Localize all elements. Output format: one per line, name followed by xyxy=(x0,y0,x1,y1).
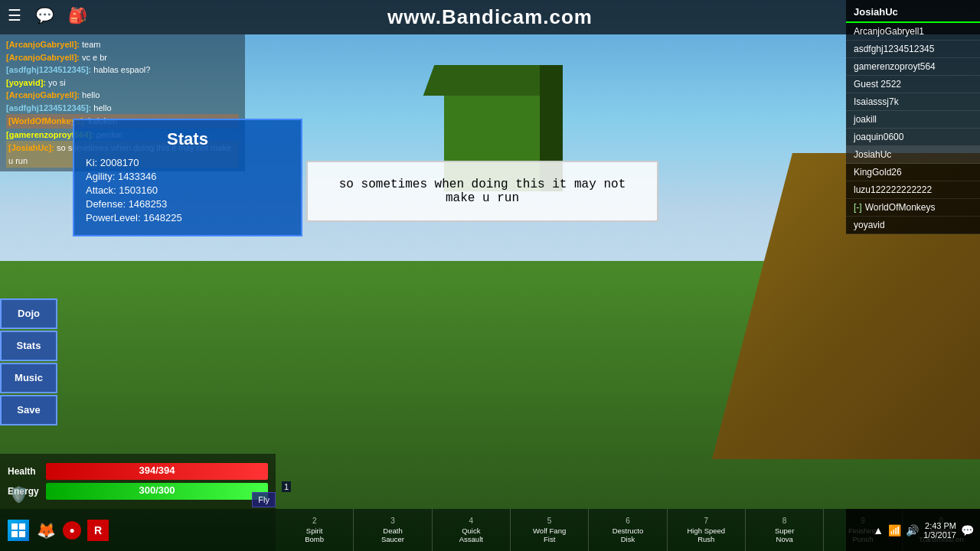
ability-name: SuperNova xyxy=(775,527,794,544)
chat-icon[interactable]: 💬 xyxy=(35,6,54,24)
chat-line: [yoyavid]: yo si xyxy=(6,77,239,90)
powerlevel-stat: PowerLevel: 1648225 xyxy=(86,212,289,223)
roblox-icon[interactable]: R xyxy=(87,520,109,541)
notification-icon[interactable]: 💬 xyxy=(961,524,974,536)
player-item: luzu122222222222 xyxy=(846,181,980,199)
menu-icon[interactable]: ☰ xyxy=(8,6,21,24)
music-button[interactable]: Music xyxy=(0,363,57,393)
current-player: JosiahUc xyxy=(846,0,980,23)
energy-badge: 1 xyxy=(282,481,291,492)
ability-number: 6 xyxy=(626,517,630,525)
taskbar: 🦊 ● R xyxy=(0,509,276,551)
svg-rect-0 xyxy=(11,523,18,530)
system-bar: ▲ 📶 🔊 2:43 PM 1/3/2017 💬 xyxy=(846,509,980,551)
player-item: joakill xyxy=(846,111,980,129)
stats-title: Stats xyxy=(86,129,289,149)
windows-button[interactable] xyxy=(8,520,29,541)
dialogue-text: so sometimes when doing this it may not … xyxy=(339,178,626,205)
player-item: Isaiasssj7k xyxy=(846,93,980,111)
ability-name: SpiritBomb xyxy=(305,527,324,544)
shield-icon[interactable]: 🛡️ xyxy=(9,485,28,504)
date-display: 1/3/2017 xyxy=(923,530,956,540)
attack-stat: Attack: 1503160 xyxy=(86,184,289,196)
chat-line: [asdfghj1234512345]: hello xyxy=(6,102,239,115)
fly-button[interactable]: Fly xyxy=(252,492,276,507)
ability-number: 8 xyxy=(782,517,787,525)
ability-slot-5[interactable]: 5 Wolf FangFist xyxy=(511,509,589,551)
chat-line: [ArcanjoGabryell]: hello xyxy=(6,89,239,102)
player-item: asdfghj1234512345 xyxy=(846,41,980,58)
bracket-icon: [-] xyxy=(854,202,862,213)
dojo-button[interactable]: Dojo xyxy=(0,298,57,329)
player-item-self: JosiahUc xyxy=(846,146,980,164)
defense-stat: Defense: 1468253 xyxy=(86,198,289,210)
player-item-worldofmonkeys: [-] WorldOfMonkeys xyxy=(846,199,980,217)
tray-up-arrow[interactable]: ▲ xyxy=(873,524,884,536)
taskbar-icons: 🦊 ● R xyxy=(8,520,109,541)
energy-text: 300/300 xyxy=(46,484,268,496)
stats-panel: Stats Ki: 2008170 Agility: 1433346 Attac… xyxy=(73,119,302,236)
ability-slot-7[interactable]: 7 High SpeedRush xyxy=(668,509,746,551)
energy-bar: 300/300 1 xyxy=(46,483,268,500)
chat-line: [ArcanjoGabryell]: team xyxy=(6,38,239,51)
ability-number: 7 xyxy=(704,517,709,525)
bag-icon[interactable]: 🎒 xyxy=(68,6,87,24)
top-left-icons: ☰ 💬 🎒 xyxy=(8,6,87,24)
health-bar: 394/394 xyxy=(46,463,268,480)
chat-line: [asdfghj1234512345]: hablas espaol? xyxy=(6,64,239,77)
firefox-icon[interactable]: 🦊 xyxy=(35,520,57,541)
save-button[interactable]: Save xyxy=(0,395,57,425)
health-label: Health xyxy=(8,466,46,477)
ability-name: Wolf FangFist xyxy=(533,527,566,544)
svg-rect-1 xyxy=(19,523,25,530)
agility-stat: Agility: 1433346 xyxy=(86,171,289,182)
hud-bars: Health 394/394 Energy 300/300 1 xyxy=(0,454,276,509)
energy-bar-row: Energy 300/300 1 xyxy=(8,483,268,500)
player-item: Guest 2522 xyxy=(846,76,980,93)
ability-number: 3 xyxy=(390,517,395,525)
svg-rect-3 xyxy=(19,531,25,537)
ability-slot-4[interactable]: 4 QuickAssault xyxy=(433,509,511,551)
system-time: 2:43 PM 1/3/2017 xyxy=(923,521,956,540)
stats-button[interactable]: Stats xyxy=(0,331,57,361)
player-item: KingGold26 xyxy=(846,164,980,181)
ability-slot-3[interactable]: 3 DeathSaucer xyxy=(354,509,432,551)
network-icon[interactable]: 📶 xyxy=(888,524,901,536)
ability-number: 2 xyxy=(312,517,317,525)
ability-name: High SpeedRush xyxy=(687,527,725,544)
ability-name: QuickAssault xyxy=(459,527,483,544)
player-list: JosiahUc ArcanjoGabryell1 asdfghj1234512… xyxy=(846,0,980,234)
chat-line: [ArcanjoGabryell]: vc e br xyxy=(6,51,239,64)
svg-rect-2 xyxy=(11,531,18,537)
volume-icon[interactable]: 🔊 xyxy=(906,524,919,536)
player-item: joaquin0600 xyxy=(846,129,980,146)
ki-stat: Ki: 2008170 xyxy=(86,157,289,168)
watermark-text: www.Bandicam.com xyxy=(387,5,593,29)
top-bar: ☰ 💬 🎒 www.Bandicam.com xyxy=(0,0,980,34)
ability-slot-2[interactable]: 2 SpiritBomb xyxy=(276,509,354,551)
health-text: 394/394 xyxy=(46,465,268,476)
player-item: ArcanjoGabryell1 xyxy=(846,23,980,41)
ability-number: 5 xyxy=(547,517,552,525)
recording-icon[interactable]: ● xyxy=(63,521,81,540)
ability-slot-6[interactable]: 6 DestructoDisk xyxy=(589,509,667,551)
side-buttons: Dojo Stats Music Save xyxy=(0,298,57,425)
ability-name: DeathSaucer xyxy=(381,527,404,544)
dialogue-box: so sometimes when doing this it may not … xyxy=(306,161,658,222)
player-item: yoyavid xyxy=(846,217,980,234)
ability-number: 4 xyxy=(469,517,474,525)
time-display: 2:43 PM xyxy=(923,521,956,530)
player-item: gamerenzoproyt564 xyxy=(846,58,980,76)
ability-name: DestructoDisk xyxy=(612,527,644,544)
ability-slot-8[interactable]: 8 SuperNova xyxy=(746,509,824,551)
health-bar-row: Health 394/394 xyxy=(8,463,268,480)
